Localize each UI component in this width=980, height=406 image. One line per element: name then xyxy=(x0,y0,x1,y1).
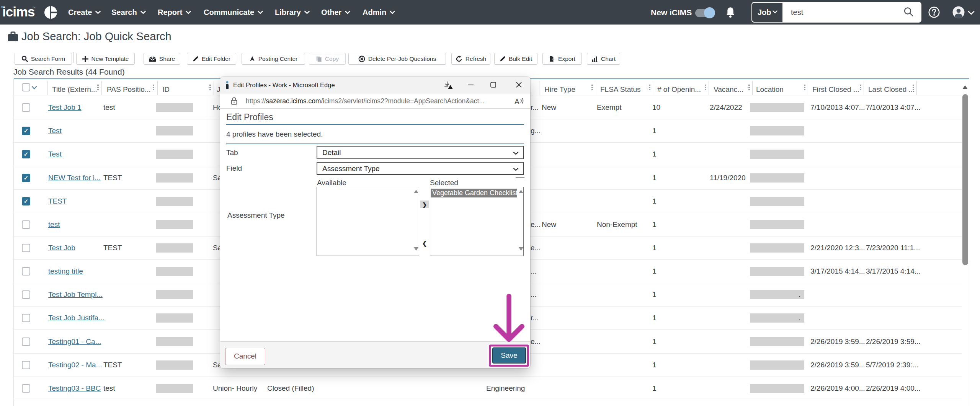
svg-text:A: A xyxy=(514,98,519,106)
